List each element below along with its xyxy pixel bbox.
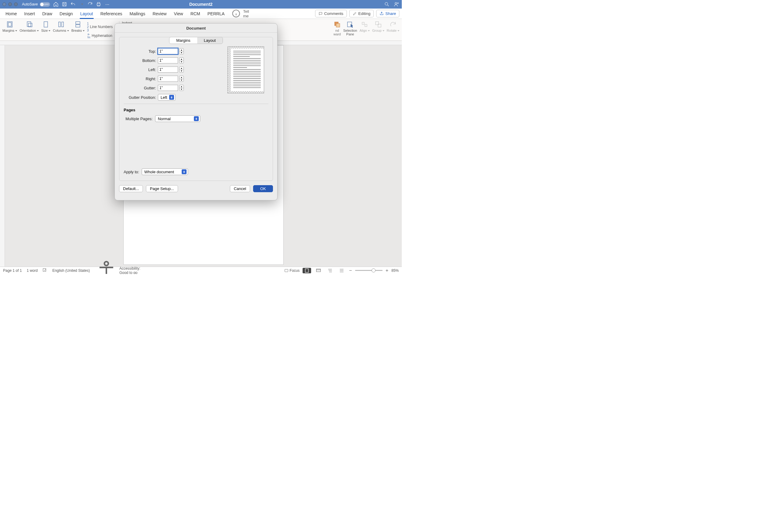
outline-view[interactable]	[326, 268, 334, 273]
more-icon[interactable]: ⋯	[105, 2, 110, 7]
window-controls	[2, 2, 18, 6]
rotate-button[interactable]: Rotate	[385, 20, 401, 33]
svg-rect-1	[97, 4, 100, 5]
dialog-tab-segmented: Margins Layout	[169, 37, 222, 44]
autosave-state: OFF	[44, 3, 49, 6]
title-bar: AutoSave OFF ⋯ Document2	[0, 0, 402, 8]
tell-me[interactable]: Tell me	[231, 8, 250, 19]
zoom-slider[interactable]	[355, 270, 382, 271]
bottom-stepper[interactable]: ▲▼	[179, 57, 184, 63]
zoom-level[interactable]: 85%	[392, 268, 399, 273]
margin-preview	[228, 46, 264, 93]
gutter-input[interactable]	[158, 85, 178, 91]
undo-icon[interactable]	[70, 2, 76, 7]
close-window-button[interactable]	[2, 2, 6, 6]
tab-insert[interactable]: Insert	[20, 8, 38, 19]
tab-perrla[interactable]: PERRLA	[204, 8, 229, 19]
right-label: Right:	[124, 77, 158, 81]
redo-icon[interactable]	[87, 2, 93, 7]
chevron-updown-icon	[182, 169, 187, 174]
zoom-out-button[interactable]: −	[349, 268, 352, 273]
home-icon[interactable]	[53, 2, 58, 7]
dialog-tab-margins[interactable]: Margins	[169, 37, 197, 44]
hyphenation-label: Hyphenation	[92, 34, 112, 38]
ok-button[interactable]: OK	[253, 185, 273, 192]
tab-view[interactable]: View	[170, 8, 187, 19]
top-stepper[interactable]: ▲▼	[179, 48, 184, 54]
autosave-toggle[interactable]: OFF	[40, 2, 50, 7]
svg-rect-16	[336, 24, 340, 27]
comments-button[interactable]: Comments	[315, 10, 347, 17]
orientation-button[interactable]: Orientation	[18, 20, 40, 33]
size-button[interactable]: Size	[40, 20, 52, 33]
bottom-input[interactable]	[158, 57, 178, 63]
maximize-window-button[interactable]	[14, 2, 18, 6]
cancel-button[interactable]: Cancel	[230, 185, 250, 192]
tab-mailings[interactable]: Mailings	[126, 8, 149, 19]
dialog-tab-layout[interactable]: Layout	[197, 37, 222, 44]
page-setup-button[interactable]: Page Setup...	[146, 185, 178, 192]
save-icon[interactable]	[62, 2, 67, 7]
svg-rect-26	[317, 269, 321, 271]
search-icon[interactable]	[384, 2, 389, 7]
page-indicator[interactable]: Page 1 of 1	[3, 268, 22, 273]
print-layout-view[interactable]	[302, 268, 311, 273]
web-layout-view[interactable]	[314, 268, 323, 273]
breaks-button[interactable]: Breaks	[70, 20, 86, 33]
margins-button[interactable]: Margins	[1, 20, 18, 33]
language-indicator[interactable]: English (United States)	[52, 268, 90, 273]
svg-rect-8	[27, 21, 31, 27]
status-bar: Page 1 of 1 1 word English (United State…	[0, 267, 402, 274]
tell-me-label: Tell me	[243, 9, 250, 18]
send-backward-button[interactable]: nd ward	[332, 20, 342, 37]
vertical-ruler[interactable]	[0, 45, 5, 267]
tab-review[interactable]: Review	[149, 8, 170, 19]
line-numbers-button[interactable]: 123Line Numbers	[87, 21, 117, 32]
tab-design[interactable]: Design	[56, 8, 77, 19]
editing-button[interactable]: Editing	[349, 10, 374, 17]
ribbon-tabs: Home Insert Draw Design Layout Reference…	[0, 8, 402, 19]
left-input[interactable]	[158, 66, 178, 73]
right-stepper[interactable]: ▲▼	[179, 76, 184, 82]
account-icon[interactable]	[394, 2, 399, 7]
columns-button[interactable]: Columns	[52, 20, 70, 33]
accessibility-indicator[interactable]: Accessibility: Good to go	[95, 259, 140, 274]
spellcheck-icon[interactable]	[42, 268, 47, 273]
default-button[interactable]: Default...	[119, 185, 143, 192]
tab-draw[interactable]: Draw	[38, 8, 56, 19]
top-input[interactable]	[158, 48, 178, 54]
focus-mode[interactable]: Focus	[284, 268, 300, 273]
gutter-position-select[interactable]: Left	[158, 94, 175, 101]
tab-home[interactable]: Home	[2, 8, 20, 19]
tab-references[interactable]: References	[97, 8, 126, 19]
selection-pane-button[interactable]: Selection Pane	[342, 20, 358, 37]
group-label: Group	[372, 29, 384, 32]
svg-rect-12	[62, 22, 64, 27]
draft-view[interactable]	[337, 268, 346, 273]
svg-rect-19	[365, 25, 367, 27]
zoom-in-button[interactable]: +	[385, 268, 388, 273]
rotate-label: Rotate	[387, 29, 399, 32]
autosave-control[interactable]: AutoSave OFF	[22, 2, 50, 7]
apply-to-select[interactable]: Whole document	[142, 168, 188, 175]
print-icon[interactable]	[96, 2, 101, 7]
svg-rect-14	[76, 25, 80, 27]
group-button[interactable]: Group	[371, 20, 385, 33]
apply-to-label: Apply to:	[124, 170, 142, 174]
document-dialog: Document Margins Layout Top: ▲▼	[115, 23, 278, 201]
align-button[interactable]: Align	[359, 20, 371, 33]
undo-dropdown[interactable]	[79, 2, 84, 7]
right-input[interactable]	[158, 76, 178, 82]
share-label: Share	[385, 11, 396, 16]
tab-layout[interactable]: Layout	[77, 8, 97, 19]
multiple-pages-select[interactable]: Normal	[155, 115, 200, 122]
word-count[interactable]: 1 word	[27, 268, 38, 273]
minimize-window-button[interactable]	[8, 2, 12, 6]
share-button[interactable]: Share	[376, 10, 399, 17]
left-stepper[interactable]: ▲▼	[179, 66, 184, 73]
svg-rect-18	[362, 22, 364, 25]
tab-rcm[interactable]: RCM	[187, 8, 204, 19]
gutter-stepper[interactable]: ▲▼	[179, 85, 184, 91]
gutter-label: Gutter:	[124, 86, 158, 90]
hyphenation-button[interactable]: a-bcHyphenation	[88, 32, 116, 39]
